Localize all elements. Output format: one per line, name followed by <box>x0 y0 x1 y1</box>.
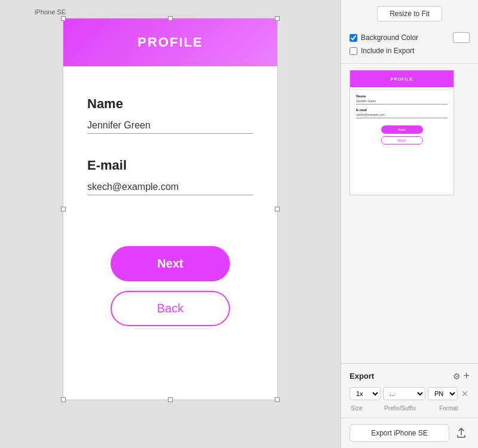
thumb-body: Name Jennifer Green E-mail skech@example… <box>350 87 454 195</box>
right-panel: Resize to Fit Background Color Include i… <box>341 0 478 448</box>
name-input[interactable] <box>87 118 253 134</box>
handle-bottom-right[interactable] <box>275 397 280 402</box>
format-sub-label: Format <box>428 405 470 412</box>
thumb-email-value: skech@example.com <box>356 113 448 118</box>
handle-top-center[interactable] <box>168 16 173 21</box>
handle-top-right[interactable] <box>275 16 280 21</box>
handle-bottom-center[interactable] <box>168 397 173 402</box>
prefix-sub-label: Prefix/Suffix <box>382 405 428 412</box>
thumb-next-button: Next <box>381 125 423 134</box>
handle-top-left[interactable] <box>61 16 66 21</box>
handle-mid-right[interactable] <box>275 207 280 211</box>
include-export-label: Include in Export <box>361 47 414 55</box>
form-content: Name E-mail <box>63 66 277 213</box>
thumb-email-label: E-mail <box>356 108 448 112</box>
thumb-title: PROFILE <box>391 77 413 81</box>
profile-header: PROFILE <box>63 19 277 66</box>
settings-icon[interactable]: ⚙ <box>453 372 461 381</box>
export-remove-button[interactable]: ✕ <box>460 389 470 398</box>
device-label: iPhone SE <box>35 8 66 16</box>
background-color-label: Background Color <box>361 33 418 42</box>
resize-to-fit-button[interactable]: Resize to Fit <box>377 6 442 22</box>
export-format-select[interactable]: PNG JPG SVG PDF <box>428 387 458 400</box>
export-size-select[interactable]: 1x 2x 3x <box>350 387 381 400</box>
background-color-row: Background Color <box>350 32 470 43</box>
export-sub-labels: Size Prefix/Suffix Format <box>350 405 470 412</box>
thumb-name-label: Name <box>356 94 448 98</box>
handle-mid-left[interactable] <box>61 207 66 211</box>
export-title: Export <box>350 372 453 381</box>
thumb-header: PROFILE <box>350 70 454 87</box>
thumb-back-button: Back <box>381 136 423 145</box>
background-color-checkbox[interactable] <box>350 34 357 42</box>
profile-title: PROFILE <box>137 35 203 50</box>
color-swatch[interactable] <box>453 32 470 43</box>
export-iphone-button[interactable]: Export iPhone SE <box>350 424 449 442</box>
preview-thumbnail: PROFILE Name Jennifer Green E-mail skech… <box>350 70 454 195</box>
back-button[interactable]: Back <box>111 291 230 326</box>
export-prefix-select[interactable]: ... <box>383 387 425 400</box>
include-export-checkbox[interactable] <box>350 47 357 55</box>
export-header: Export ⚙ + <box>350 370 470 382</box>
export-section: Export ⚙ + 1x 2x 3x ... PNG JPG SVG PDF … <box>341 363 478 418</box>
thumb-name-value: Jennifer Green <box>356 99 448 105</box>
iphone-frame: PROFILE Name E-mail Next Back <box>63 18 278 400</box>
size-sub-label: Size <box>351 405 382 412</box>
email-input[interactable] <box>87 179 253 195</box>
next-button[interactable]: Next <box>111 246 230 281</box>
handle-bottom-left[interactable] <box>61 397 66 402</box>
export-controls: 1x 2x 3x ... PNG JPG SVG PDF ✕ <box>350 387 470 400</box>
options-section: Background Color Include in Export <box>341 26 478 64</box>
name-label: Name <box>87 96 253 112</box>
preview-section: PROFILE Name Jennifer Green E-mail skech… <box>341 64 478 363</box>
email-label: E-mail <box>87 158 253 173</box>
canvas-area: iPhone SE PROFILE Name E-mail Next Back <box>0 0 341 448</box>
add-icon[interactable]: + <box>463 370 470 382</box>
export-btn-row: Export iPhone SE <box>341 418 478 448</box>
include-export-row: Include in Export <box>350 47 470 55</box>
share-icon[interactable] <box>453 425 470 441</box>
